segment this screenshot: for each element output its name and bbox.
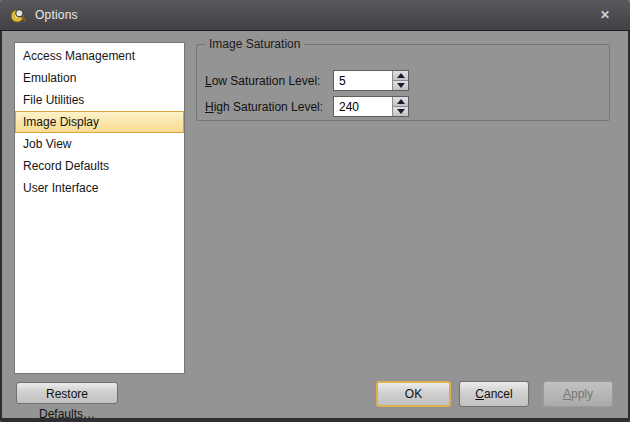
restore-defaults-button[interactable]: Restore Defaults… <box>16 382 118 404</box>
high-saturation-spinbox <box>333 96 409 117</box>
sidebar-item-user-interface[interactable]: User Interface <box>15 177 184 199</box>
high-saturation-spinner <box>392 97 408 116</box>
group-title: Image Saturation <box>205 37 304 51</box>
spin-up-button[interactable] <box>393 71 408 81</box>
apply-button[interactable]: Apply <box>543 381 613 407</box>
high-saturation-input[interactable] <box>334 97 392 116</box>
low-saturation-label: Low Saturation Level: <box>205 74 333 88</box>
sidebar-item-job-view[interactable]: Job View <box>15 133 184 155</box>
low-saturation-input[interactable] <box>334 71 392 90</box>
arrow-up-icon <box>397 99 405 104</box>
sidebar-item-image-display[interactable]: Image Display <box>15 111 184 133</box>
arrow-up-icon <box>397 73 405 78</box>
sidebar-item-record-defaults[interactable]: Record Defaults <box>15 155 184 177</box>
window-title: Options <box>35 8 78 22</box>
image-saturation-group: Image Saturation Low Saturation Level: H… <box>196 44 610 121</box>
low-saturation-spinbox <box>333 70 409 91</box>
high-saturation-label: High Saturation Level: <box>205 100 333 114</box>
ok-button[interactable]: OK <box>376 381 451 407</box>
sidebar-item-access-management[interactable]: Access Management <box>15 45 184 67</box>
sidebar-item-file-utilities[interactable]: File Utilities <box>15 89 184 111</box>
sidebar-item-emulation[interactable]: Emulation <box>15 67 184 89</box>
category-list[interactable]: Access Management Emulation File Utiliti… <box>14 42 185 374</box>
spin-down-button[interactable] <box>393 107 408 116</box>
arrow-down-icon <box>397 109 405 114</box>
title-bar[interactable]: Options ✕ <box>0 0 630 31</box>
arrow-down-icon <box>397 83 405 88</box>
dialog-content: Access Management Emulation File Utiliti… <box>2 31 628 418</box>
options-dialog: Options ✕ Access Management Emulation Fi… <box>0 0 630 422</box>
spin-down-button[interactable] <box>393 81 408 90</box>
high-saturation-row: High Saturation Level: <box>205 96 333 117</box>
spin-up-button[interactable] <box>393 97 408 107</box>
options-app-icon <box>10 7 27 24</box>
close-icon[interactable]: ✕ <box>594 6 616 24</box>
cancel-button[interactable]: Cancel <box>459 381 529 407</box>
low-saturation-spinner <box>392 71 408 90</box>
low-saturation-row: Low Saturation Level: <box>205 70 333 91</box>
